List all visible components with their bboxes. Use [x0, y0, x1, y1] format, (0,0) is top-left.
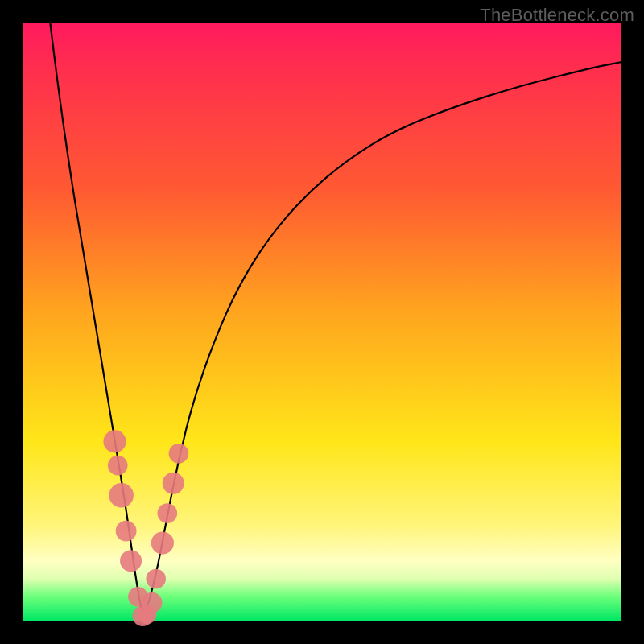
curve-marker: [169, 444, 189, 464]
bottleneck-curve-svg: [23, 23, 621, 621]
watermark-text: TheBottleneck.com: [480, 5, 634, 26]
curve-markers: [103, 430, 188, 626]
curve-marker: [158, 503, 178, 523]
curve-marker: [116, 521, 137, 542]
curve-marker: [163, 473, 184, 494]
curve-marker: [142, 592, 163, 613]
curve-marker: [146, 569, 166, 589]
curve-marker: [151, 531, 174, 554]
curve-marker: [108, 456, 128, 476]
bottleneck-curve: [50, 23, 621, 613]
curve-marker: [109, 483, 134, 508]
curve-marker: [103, 430, 126, 452]
curve-marker: [120, 550, 142, 572]
plot-area: [23, 23, 621, 621]
chart-frame: TheBottleneck.com: [0, 0, 644, 644]
